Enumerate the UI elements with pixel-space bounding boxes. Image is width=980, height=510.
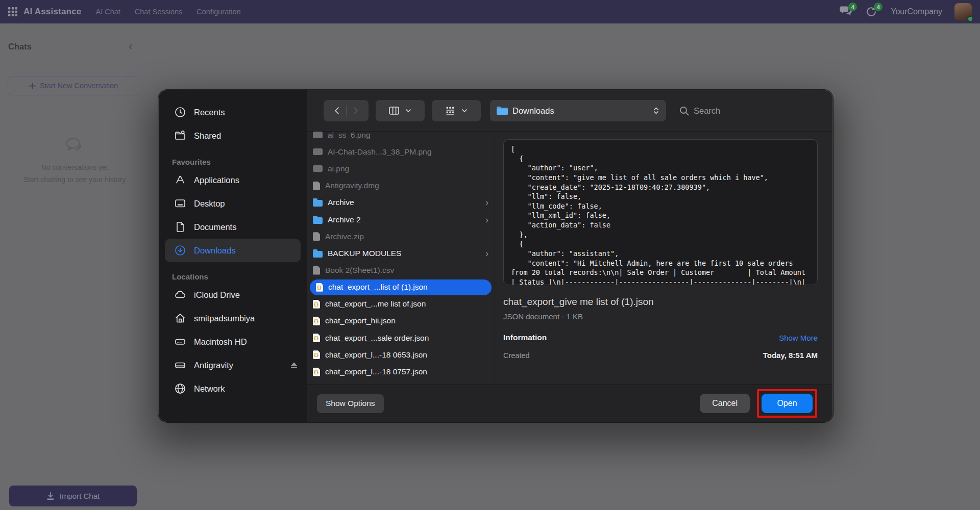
sidebar-item-home[interactable]: smitpadsumbiya [159, 307, 307, 330]
user-avatar[interactable] [954, 3, 972, 20]
folder-icon [313, 200, 323, 207]
nav-chat-sessions[interactable]: Chat Sessions [135, 8, 183, 16]
sidebar-item-recents[interactable]: Recents [159, 100, 307, 124]
sidebar-item-documents[interactable]: Documents [159, 215, 307, 239]
empty-chat-icon [64, 137, 85, 154]
group-by-button[interactable] [432, 100, 481, 121]
created-value: Today, 8:51 AM [763, 351, 818, 360]
top-navigation: AI Chat Chat Sessions Configuration [95, 8, 240, 16]
file-row[interactable]: Book 2(Sheet1).csv [307, 262, 495, 279]
file-row[interactable]: chat_export_l...-18 0653.json [307, 346, 495, 363]
nav-divider [346, 106, 347, 116]
sidebar-section-locations: Locations [159, 272, 307, 281]
folder-row[interactable]: Archive 2› [307, 211, 495, 228]
show-more-link[interactable]: Show More [779, 334, 818, 342]
company-name: YourCompany [891, 7, 942, 16]
location-dropdown[interactable]: Downloads [490, 100, 666, 121]
import-chat-button[interactable]: Import Chat [9, 486, 137, 506]
finder-toolbar: Downloads [307, 90, 832, 132]
image-file-icon [313, 132, 323, 138]
folder-icon [313, 217, 323, 224]
sidebar-item-shared[interactable]: Shared [159, 124, 307, 147]
file-row[interactable]: ai.png [307, 160, 495, 177]
file-row[interactable]: Archive.zip [307, 228, 495, 245]
applications-icon [174, 174, 186, 186]
cancel-button[interactable]: Cancel [700, 394, 750, 413]
home-icon [174, 312, 186, 324]
forward-button[interactable] [350, 106, 360, 116]
sidebar-section-favourites: Favourites [159, 158, 307, 166]
chevron-down-icon [461, 107, 468, 114]
sidebar-item-icloud-drive[interactable]: iCloud Drive [159, 283, 307, 307]
file-row[interactable]: chat_export_...sale order.json [307, 329, 495, 346]
file-row[interactable]: Antigravity.dmg [307, 177, 495, 194]
columns-view-icon [388, 106, 400, 116]
json-file-icon [313, 317, 320, 325]
external-drive-icon [174, 359, 186, 371]
view-mode-button[interactable] [376, 100, 425, 121]
import-download-icon [46, 492, 55, 500]
collapse-panel-chevron-icon[interactable]: ‹ [129, 40, 132, 53]
search-field[interactable] [679, 106, 780, 116]
cloud-icon [174, 289, 186, 301]
history-badge: 4 [874, 3, 883, 11]
nav-ai-chat[interactable]: AI Chat [95, 8, 120, 16]
sidebar-item-macintosh-hd[interactable]: Macintosh HD [159, 330, 307, 353]
json-preview-text: [ { "author": "user", "content": "give m… [511, 144, 810, 285]
folder-row[interactable]: BACKUP MODULES› [307, 245, 495, 262]
app-brand: AI Assistance [23, 7, 81, 17]
chats-panel-title: Chats [8, 42, 32, 52]
json-file-icon [313, 300, 320, 309]
folder-icon [496, 106, 508, 115]
json-file-icon [313, 350, 320, 359]
open-button-highlight: Open [757, 389, 817, 418]
file-row[interactable]: chat_export_...me list of.json [307, 296, 495, 313]
sidebar-item-antigravity[interactable]: Antigravity [159, 353, 307, 377]
json-file-icon [313, 334, 320, 342]
created-label: Created [503, 351, 530, 360]
file-row[interactable]: ai_ss_6.png [307, 132, 495, 143]
nav-configuration[interactable]: Configuration [197, 8, 240, 16]
messages-badge: 4 [848, 3, 857, 11]
file-list: ai_ss_6.png AI-Chat-Dash...3_38_PM.png a… [307, 132, 495, 385]
no-conversations-empty-state: No conversations yet Start chatting to s… [0, 137, 149, 184]
image-file-icon [313, 148, 323, 155]
sidebar-item-desktop[interactable]: Desktop [159, 192, 307, 215]
json-file-icon [313, 368, 320, 376]
updown-chevrons-icon [652, 106, 660, 115]
search-input[interactable] [694, 106, 780, 116]
open-file-dialog: Recents Shared Favourites Applications D… [158, 90, 833, 422]
file-row[interactable]: chat_export_l...-18 0757.json [307, 363, 495, 380]
messages-button[interactable]: 4 [840, 6, 853, 18]
back-button[interactable] [332, 106, 342, 116]
open-button[interactable]: Open [762, 394, 813, 413]
document-icon [174, 221, 186, 233]
start-new-conversation-button[interactable]: Start New Conversation [8, 76, 139, 95]
chevron-right-icon: › [485, 198, 488, 207]
chevron-right-icon: › [485, 215, 488, 224]
sidebar-item-downloads[interactable]: Downloads [165, 239, 301, 262]
preview-pane: [ { "author": "user", "content": "give m… [495, 132, 832, 385]
globe-icon [174, 382, 186, 395]
apps-grid-icon[interactable] [8, 7, 17, 16]
app-top-bar: AI Assistance AI Chat Chat Sessions Conf… [0, 0, 980, 23]
downloads-icon [174, 244, 186, 257]
document-file-icon [313, 232, 320, 241]
eject-icon[interactable] [289, 361, 299, 369]
sidebar-item-network[interactable]: Network [159, 377, 307, 400]
show-options-button[interactable]: Show Options [317, 394, 384, 413]
shared-folder-icon [174, 130, 186, 142]
empty-state-title: No conversations yet [0, 163, 149, 171]
folder-icon [313, 251, 323, 258]
file-row[interactable]: chat_export_hii.json [307, 313, 495, 329]
folder-row[interactable]: Archive› [307, 194, 495, 211]
preview-file-meta: JSON document - 1 KB [503, 312, 818, 321]
location-label: Downloads [512, 106, 648, 116]
sidebar-item-applications[interactable]: Applications [159, 168, 307, 192]
chevron-right-icon: › [485, 249, 488, 258]
file-row[interactable]: AI-Chat-Dash...3_38_PM.png [307, 143, 495, 160]
document-file-icon [313, 182, 320, 190]
file-row-selected[interactable]: chat_export_...list of (1).json [310, 279, 492, 295]
history-button[interactable]: 4 [865, 6, 878, 18]
preview-file-title: chat_export_give me list of (1).json [503, 296, 818, 308]
